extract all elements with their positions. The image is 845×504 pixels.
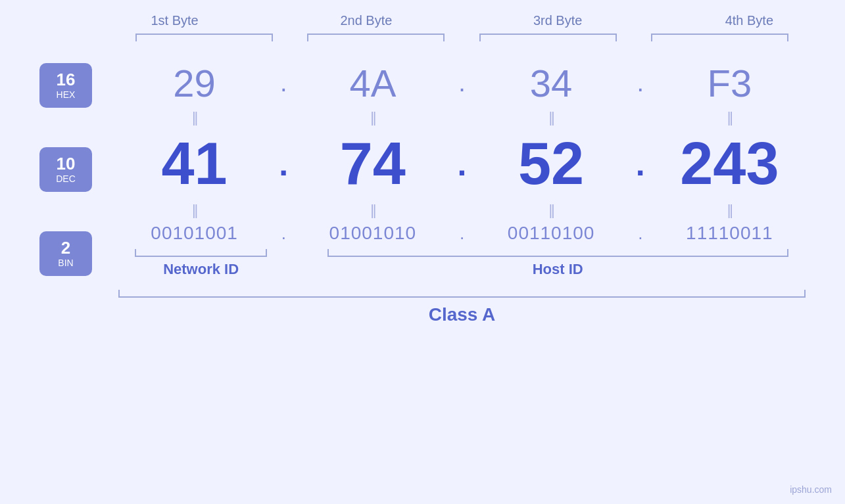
bin-byte2-cell: 01001010	[297, 223, 448, 244]
bin-row: 00101001 . 01001010 . 00110100 . 1111001…	[118, 223, 806, 244]
bracket-cell-2	[290, 34, 462, 41]
eq2-cell2: ||	[297, 202, 448, 219]
hex-badge: 16 HEX	[39, 63, 92, 108]
watermark: ipshu.com	[790, 484, 832, 495]
byte1-header: 1st Byte	[79, 13, 270, 34]
id-labels-row: Network ID Host ID	[118, 261, 806, 278]
dec-label: DEC	[56, 173, 76, 184]
byte-headers: 1st Byte 2nd Byte 3rd Byte 4th Byte	[79, 13, 845, 34]
data-grid: 29 . 4A . 34 . F3 ||	[118, 61, 806, 278]
hex-byte4-cell: F3	[654, 61, 806, 105]
class-label: Class A	[118, 304, 806, 325]
eq2-cell3: ||	[475, 202, 627, 219]
id-spacer	[283, 261, 310, 278]
dec-number: 10	[57, 155, 76, 172]
eq1-sign2: ||	[370, 109, 375, 126]
eq2-spacer2	[449, 202, 475, 219]
bracket-cell-1	[118, 34, 290, 41]
eq1-cell2: ||	[297, 109, 448, 126]
bin-dot3: .	[627, 223, 654, 244]
class-section: Class A	[118, 290, 806, 325]
hex-byte3: 34	[530, 61, 573, 105]
dec-byte1: 41	[162, 130, 228, 198]
eq1-spacer2	[449, 109, 475, 126]
bin-byte1: 00101001	[151, 223, 238, 244]
eq2-sign4: ||	[727, 202, 732, 219]
dec-byte3: 52	[518, 130, 584, 198]
bin-label: BIN	[58, 258, 73, 268]
bin-byte3: 00110100	[508, 223, 595, 244]
bin-byte2: 01001010	[329, 223, 417, 244]
eq2-cell1: ||	[118, 202, 270, 219]
dec-dot1: .	[270, 145, 297, 183]
eq1-spacer3	[627, 109, 654, 126]
byte4-header: 4th Byte	[654, 13, 845, 34]
dec-dot3: .	[627, 145, 654, 183]
eq2-sign1: ||	[192, 202, 197, 219]
bracket-bottom-wrapper-1	[118, 249, 283, 257]
dec-byte2-cell: 74	[297, 130, 448, 198]
byte2-header: 2nd Byte	[270, 13, 462, 34]
bracket-top-1	[135, 34, 273, 41]
class-bracket	[118, 290, 806, 298]
bracket-cell-3	[462, 34, 634, 41]
hex-byte1-cell: 29	[118, 61, 270, 105]
equals-row-2: || || || ||	[118, 198, 806, 223]
bracket-bottom-234	[327, 249, 788, 257]
hex-dot1: .	[270, 69, 297, 97]
eq1-sign3: ||	[548, 109, 553, 126]
hex-dot2: .	[449, 69, 475, 97]
network-id-label: Network ID	[118, 261, 283, 278]
bin-dot2: .	[449, 223, 475, 244]
hex-byte4: F3	[708, 61, 752, 105]
hex-byte2-cell: 4A	[297, 61, 448, 105]
bracket-top-2	[307, 34, 445, 41]
bin-byte3-cell: 00110100	[475, 223, 627, 244]
dec-byte1-cell: 41	[118, 130, 270, 198]
dec-byte4: 243	[680, 130, 779, 198]
label-column: 16 HEX 10 DEC 2 BIN	[39, 63, 118, 276]
eq1-cell3: ||	[475, 109, 627, 126]
dec-byte3-cell: 52	[475, 130, 627, 198]
hex-byte3-cell: 34	[475, 61, 627, 105]
eq1-cell4: ||	[654, 109, 806, 126]
eq1-spacer1	[270, 109, 297, 126]
eq2-sign2: ||	[370, 202, 375, 219]
dec-byte4-cell: 243	[654, 130, 806, 198]
bottom-brackets-row	[118, 249, 806, 257]
dec-row: 41 . 74 . 52 . 243	[118, 130, 806, 198]
hex-row: 29 . 4A . 34 . F3	[118, 61, 806, 105]
hex-byte2: 4A	[349, 61, 396, 105]
dec-badge: 10 DEC	[39, 147, 92, 192]
byte3-header: 3rd Byte	[462, 13, 654, 34]
bin-number: 2	[61, 239, 70, 256]
bracket-cell-4	[634, 34, 806, 41]
dec-dot2: .	[449, 145, 475, 183]
bracket-bottom-1	[135, 249, 267, 257]
bracket-spacer-1	[283, 249, 310, 257]
eq2-spacer1	[270, 202, 297, 219]
hex-byte1: 29	[173, 61, 216, 105]
host-id-label: Host ID	[310, 261, 806, 278]
bin-byte1-cell: 00101001	[118, 223, 270, 244]
eq2-spacer3	[627, 202, 654, 219]
main-container: 1st Byte 2nd Byte 3rd Byte 4th Byte 16 H…	[0, 0, 845, 504]
bracket-bottom-wrapper-234	[310, 249, 806, 257]
content-area: 16 HEX 10 DEC 2 BIN 29 . 4A	[39, 61, 806, 278]
hex-label: HEX	[57, 89, 76, 100]
eq1-sign4: ||	[727, 109, 732, 126]
bin-dot1: .	[270, 223, 297, 244]
equals-row-1: || || || ||	[118, 105, 806, 130]
eq2-sign3: ||	[548, 202, 553, 219]
eq1-cell1: ||	[118, 109, 270, 126]
dec-byte2: 74	[340, 130, 406, 198]
eq1-sign1: ||	[192, 109, 197, 126]
hex-number: 16	[57, 71, 76, 88]
hex-dot3: .	[627, 69, 654, 97]
bin-badge: 2 BIN	[39, 231, 92, 276]
top-brackets	[118, 34, 806, 41]
eq2-cell4: ||	[654, 202, 806, 219]
bracket-top-4	[651, 34, 788, 41]
bin-byte4-cell: 11110011	[654, 223, 806, 244]
bin-byte4: 11110011	[686, 223, 773, 244]
